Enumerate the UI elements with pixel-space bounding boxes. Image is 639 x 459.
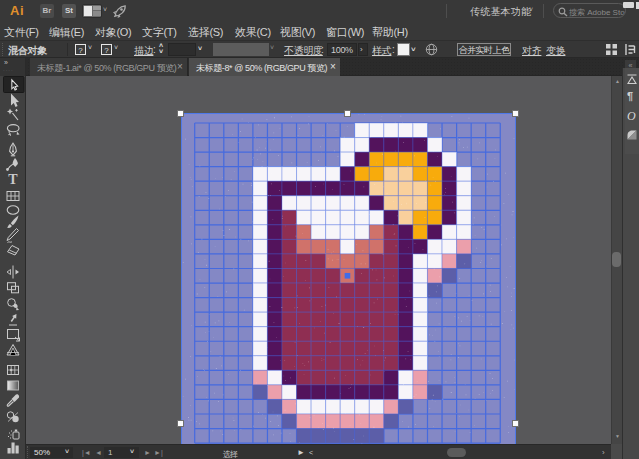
svg-text:T: T bbox=[8, 172, 18, 187]
